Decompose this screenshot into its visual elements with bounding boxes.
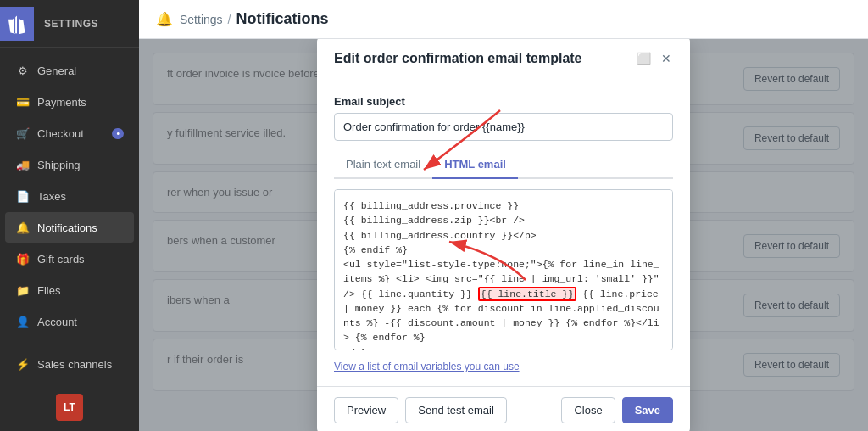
truck-icon: 🚚: [15, 157, 31, 172]
sidebar-item-payments[interactable]: 💳 Payments: [5, 87, 134, 117]
sidebar-item-checkout[interactable]: 🛒 Checkout •: [5, 118, 134, 148]
sidebar-item-label: Checkout: [37, 127, 84, 140]
tab-plain-text[interactable]: Plain text email: [334, 151, 432, 179]
variables-link[interactable]: View a list of email variables you can u…: [334, 361, 673, 372]
sidebar-item-label: Gift cards: [37, 253, 85, 266]
channels-icon: ⚡: [15, 356, 31, 372]
sidebar-item-label: Notifications: [37, 221, 97, 234]
close-button[interactable]: Close: [561, 397, 615, 423]
sidebar-item-files[interactable]: 📁 Files: [5, 275, 134, 305]
settings-label: SETTINGS: [34, 18, 98, 30]
edit-email-modal: Edit order confirmation email template ⬜…: [317, 39, 690, 431]
email-tabs: Plain text email HTML email: [334, 151, 673, 179]
notification-bell-icon: 🔔: [156, 11, 173, 27]
checkout-badge: •: [112, 128, 124, 139]
modal-title: Edit order confirmation email template: [334, 51, 582, 66]
breadcrumb-root[interactable]: Settings: [180, 13, 223, 26]
sidebar-item-gift-cards[interactable]: 🎁 Gift cards: [5, 243, 134, 274]
breadcrumb-separator: /: [228, 13, 231, 26]
sidebar-nav: ⚙ General 💳 Payments 🛒 Checkout • 🚚 Ship…: [0, 48, 139, 383]
sidebar-item-shipping[interactable]: 🚚 Shipping: [5, 149, 134, 180]
modal-header-icons: ⬜ ✕: [635, 50, 673, 67]
sidebar-item-notifications[interactable]: 🔔 Notifications: [5, 212, 134, 243]
code-editor[interactable]: {{ billing_address.province }} {{ billin…: [334, 189, 673, 350]
sidebar-item-label: Taxes: [37, 190, 66, 203]
sidebar-item-label: Files: [37, 284, 60, 297]
sidebar-item-label: Payments: [37, 96, 86, 109]
sidebar-item-label: Account: [37, 316, 77, 328]
email-subject-label: Email subject: [334, 95, 673, 108]
sidebar-item-sales-channels[interactable]: ⚡ Sales channels: [5, 349, 134, 379]
modal-header: Edit order confirmation email template ⬜…: [317, 39, 690, 81]
receipt-icon: 📄: [15, 188, 31, 204]
gift-icon: 🎁: [15, 251, 31, 266]
home-icon: ⚙: [15, 63, 31, 78]
sidebar-item-general[interactable]: ⚙ General: [5, 55, 134, 86]
sidebar-item-account[interactable]: 👤 Account: [5, 306, 134, 337]
modal-body: Email subject Plain text email HTML emai…: [317, 81, 690, 386]
sidebar-item-label: General: [37, 64, 76, 77]
modal-overlay: Edit order confirmation email template ⬜…: [139, 39, 868, 431]
main-content: 🔔 Settings / Notifications ft order invo…: [139, 0, 868, 431]
avatar[interactable]: LT: [56, 394, 83, 421]
sidebar: SETTINGS ⚙ General 💳 Payments 🛒 Checkout…: [0, 0, 139, 431]
credit-card-icon: 💳: [15, 94, 31, 109]
page-header: 🔔 Settings / Notifications: [139, 0, 868, 39]
sidebar-bottom: LT: [0, 383, 139, 431]
send-test-button[interactable]: Send test email: [405, 397, 507, 423]
save-button[interactable]: Save: [622, 397, 673, 423]
shopping-cart-icon: 🛒: [15, 126, 31, 141]
close-icon[interactable]: ✕: [659, 50, 673, 67]
breadcrumb: Settings / Notifications: [180, 10, 329, 28]
content-area: ft order invoice is nvoice before you Re…: [139, 39, 868, 431]
tab-html-email[interactable]: HTML email: [432, 151, 518, 179]
user-icon: 👤: [15, 314, 31, 329]
sidebar-item-label: Sales channels: [37, 358, 112, 371]
maximize-icon[interactable]: ⬜: [635, 50, 653, 67]
email-subject-input[interactable]: [334, 113, 673, 141]
file-icon: 📁: [15, 283, 31, 298]
email-subject-field: Email subject: [334, 95, 673, 141]
sidebar-item-label: Shipping: [37, 159, 81, 171]
preview-button[interactable]: Preview: [334, 397, 398, 423]
sidebar-header: SETTINGS: [0, 0, 139, 48]
breadcrumb-current: Notifications: [236, 10, 328, 28]
bell-icon: 🔔: [15, 220, 31, 235]
shopify-logo: [0, 7, 34, 41]
sidebar-item-taxes[interactable]: 📄 Taxes: [5, 181, 134, 211]
modal-footer: Preview Send test email Close Save: [317, 386, 690, 431]
